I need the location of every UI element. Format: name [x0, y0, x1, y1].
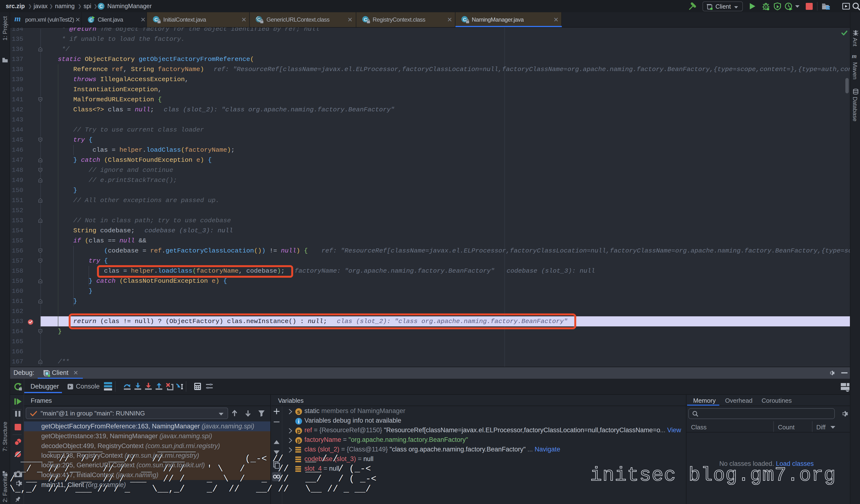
svg-text:C: C [364, 17, 367, 22]
svg-text:s: s [297, 408, 300, 415]
svg-text:C: C [99, 4, 103, 9]
svg-text:C: C [463, 17, 466, 22]
svg-text:p: p [297, 428, 301, 434]
svg-text:p: p [297, 437, 301, 444]
svg-text:C: C [154, 17, 158, 22]
svg-text:i: i [298, 418, 300, 424]
